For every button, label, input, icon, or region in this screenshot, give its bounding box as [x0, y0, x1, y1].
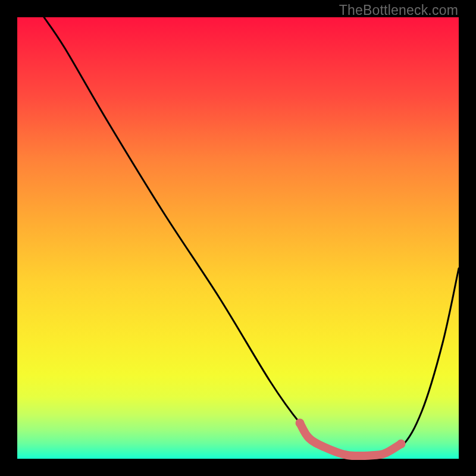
gradient-background [17, 17, 459, 459]
svg-point-1 [397, 440, 406, 449]
valley-highlight [296, 419, 406, 456]
bottleneck-curve [44, 17, 459, 456]
chart-svg [17, 17, 459, 459]
watermark-text: TheBottleneck.com [339, 2, 458, 18]
svg-point-0 [296, 419, 305, 428]
